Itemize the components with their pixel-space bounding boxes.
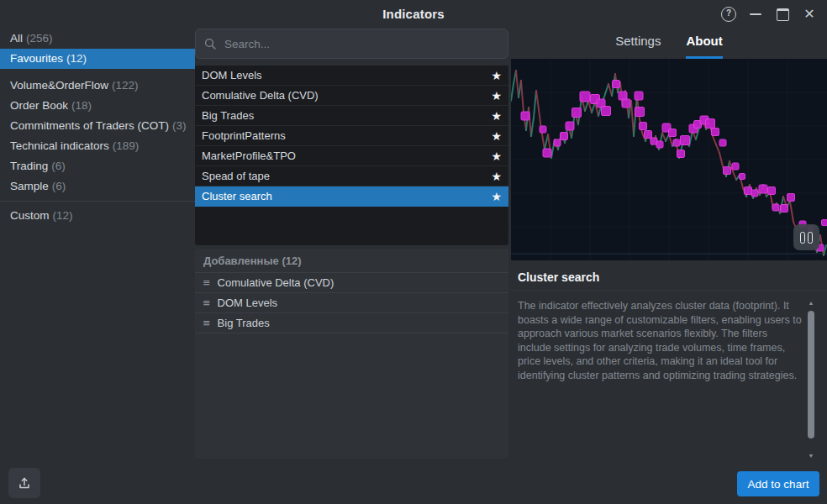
drag-handle-icon[interactable]: ≡ xyxy=(203,277,210,288)
indicators-dialog: Indicators ? ✕ All(256) Favourites(12) V… xyxy=(0,0,827,504)
pause-icon xyxy=(800,232,805,244)
minimize-button[interactable] xyxy=(745,4,766,24)
tab-about[interactable]: About xyxy=(686,34,722,59)
scrollbar-thumb[interactable] xyxy=(808,311,814,438)
maximize-button[interactable] xyxy=(772,4,793,24)
favourite-star-icon[interactable]: ★ xyxy=(491,130,502,142)
close-icon: ✕ xyxy=(803,8,814,21)
indicator-description: The indicator effectively analyzes clust… xyxy=(518,299,802,382)
help-icon: ? xyxy=(721,7,736,22)
search-icon xyxy=(204,38,216,50)
chart-preview-svg xyxy=(511,59,827,260)
tab-settings[interactable]: Settings xyxy=(615,34,661,59)
added-row-cumulative-delta[interactable]: ≡ Comulative Delta (CVD) xyxy=(195,273,508,293)
scroll-up-icon[interactable]: ▲ xyxy=(807,299,815,307)
search-box xyxy=(195,29,508,59)
add-to-chart-button[interactable]: Add to chart xyxy=(737,471,819,496)
indicator-row-cluster-search[interactable]: Cluster search ★ xyxy=(195,186,508,207)
added-panel-header: Добавленные (12) xyxy=(195,249,508,273)
search-input[interactable] xyxy=(223,37,499,51)
close-button[interactable]: ✕ xyxy=(798,4,820,24)
indicator-list: DOM Levels ★ Comulative Delta (CVD) ★ Bi… xyxy=(195,66,508,245)
added-row-big-trades[interactable]: ≡ Big Trades xyxy=(195,313,508,333)
favourite-star-icon[interactable]: ★ xyxy=(491,150,502,162)
added-row-dom-levels[interactable]: ≡ DOM Levels xyxy=(195,293,508,313)
category-sidebar: All(256) Favourites(12) Volume&OrderFlow… xyxy=(0,29,195,226)
favourite-star-icon[interactable]: ★ xyxy=(491,70,502,81)
indicator-title: Cluster search xyxy=(518,270,803,284)
sidebar-item-technical-indicators[interactable]: Technical indicators(189) xyxy=(0,136,195,156)
description-scrollbar[interactable]: ▲ ▼ xyxy=(807,299,815,460)
sidebar-item-sample[interactable]: Sample(6) xyxy=(0,176,195,197)
indicator-preview-chart xyxy=(511,59,827,260)
window-title: Indicators xyxy=(0,7,827,21)
minimize-icon xyxy=(750,13,761,15)
sidebar-item-all[interactable]: All(256) xyxy=(0,29,195,49)
sidebar-item-favourites[interactable]: Favourites(12) xyxy=(0,49,195,69)
indicator-row-dom-levels[interactable]: DOM Levels ★ xyxy=(195,66,508,86)
added-indicators-panel: Добавленные (12) ≡ Comulative Delta (CVD… xyxy=(195,249,508,459)
import-export-button[interactable] xyxy=(8,468,40,498)
indicator-row-market-profile[interactable]: MarketProfile&TPO ★ xyxy=(195,146,508,166)
indicator-row-footprint-patterns[interactable]: FootprintPatterns ★ xyxy=(195,126,508,146)
window-controls: ? ✕ xyxy=(718,4,820,24)
sidebar-item-cot[interactable]: Commitments of Traders (COT)(3) xyxy=(0,116,195,136)
indicator-row-speed-of-tape[interactable]: Spead of tape ★ xyxy=(195,166,508,186)
scroll-down-icon[interactable]: ▼ xyxy=(807,452,815,460)
upload-icon xyxy=(18,476,31,490)
sidebar-item-volume-orderflow[interactable]: Volume&OrderFlow(122) xyxy=(0,76,195,96)
drag-handle-icon[interactable]: ≡ xyxy=(203,297,210,308)
sidebar-item-order-book[interactable]: Order Book(18) xyxy=(0,96,195,116)
favourite-star-icon[interactable]: ★ xyxy=(491,191,502,202)
favourite-star-icon[interactable]: ★ xyxy=(491,110,502,122)
title-bar: Indicators ? ✕ xyxy=(0,0,827,27)
maximize-icon xyxy=(777,8,789,21)
drag-handle-icon[interactable]: ≡ xyxy=(203,318,210,328)
indicator-row-big-trades[interactable]: Big Trades ★ xyxy=(195,106,508,126)
favourite-star-icon[interactable]: ★ xyxy=(491,90,502,102)
detail-tabs: Settings About xyxy=(511,34,827,59)
title-divider xyxy=(511,290,827,291)
pause-badge-button[interactable] xyxy=(793,224,819,250)
sidebar-item-trading[interactable]: Trading(6) xyxy=(0,156,195,176)
sidebar-divider xyxy=(0,201,195,202)
indicator-row-cumulative-delta[interactable]: Comulative Delta (CVD) ★ xyxy=(195,86,508,106)
sidebar-item-custom[interactable]: Custom(12) xyxy=(0,206,195,226)
favourite-star-icon[interactable]: ★ xyxy=(491,171,502,182)
help-button[interactable]: ? xyxy=(718,4,740,24)
